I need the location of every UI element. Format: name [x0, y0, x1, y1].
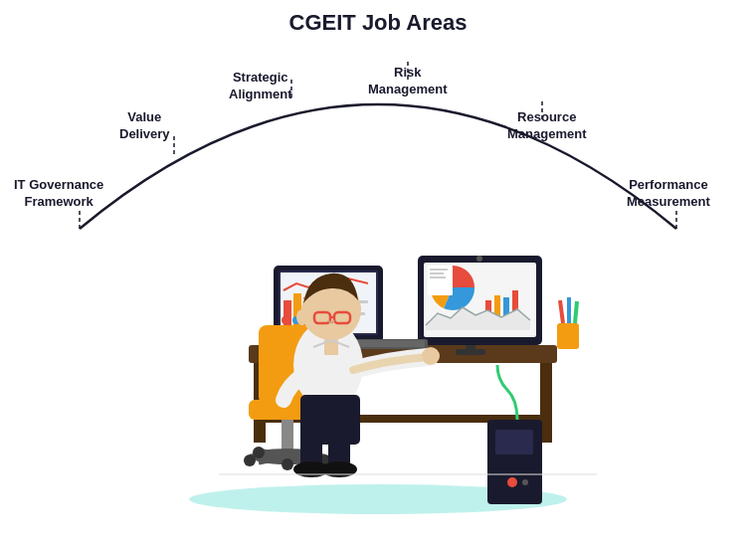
svg-point-69 [422, 347, 440, 365]
svg-rect-11 [495, 430, 533, 454]
label-risk-management: RiskManagement [368, 65, 447, 98]
label-it-governance: IT GovernanceFramework [14, 177, 103, 211]
illustration [119, 126, 637, 524]
svg-rect-45 [351, 340, 425, 347]
page-title: CGEIT Job Areas [289, 10, 468, 36]
svg-rect-42 [430, 272, 444, 274]
svg-point-74 [296, 309, 308, 325]
svg-point-13 [522, 479, 528, 485]
svg-point-26 [282, 316, 289, 324]
svg-rect-30 [456, 349, 485, 355]
svg-line-49 [575, 301, 577, 323]
svg-point-68 [321, 461, 357, 477]
svg-point-60 [282, 458, 293, 470]
svg-point-12 [507, 477, 517, 487]
svg-rect-41 [430, 269, 448, 271]
main-container: CGEIT Job Areas IT GovernanceFramework V… [0, 0, 756, 544]
label-strategic-alignment: StrategicAlignment [229, 70, 292, 103]
svg-point-61 [253, 447, 265, 458]
svg-point-58 [244, 454, 256, 466]
svg-rect-43 [430, 276, 446, 278]
svg-point-32 [476, 256, 482, 262]
svg-line-47 [560, 300, 563, 323]
label-performance-measurement: PerformanceMeasurement [627, 177, 710, 211]
svg-rect-46 [557, 323, 579, 349]
